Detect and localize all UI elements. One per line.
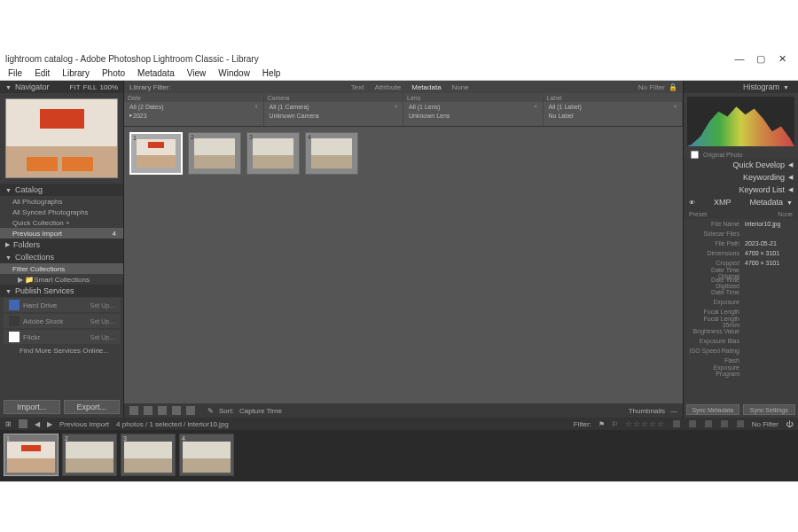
catalog-synced[interactable]: All Synced Photographs (0, 207, 123, 217)
nav-100[interactable]: 100% (100, 83, 118, 91)
filter-text[interactable]: Text (351, 83, 364, 91)
filter-none[interactable]: None (452, 83, 469, 91)
metadata-row[interactable]: Sidecar Files (684, 229, 798, 239)
grid-mode-icon[interactable] (19, 419, 27, 428)
folders-header[interactable]: ▶Folders (0, 239, 123, 251)
metadata-row[interactable]: Brightness Value (684, 326, 798, 336)
metadata-row[interactable]: Exposure Program (684, 365, 798, 375)
filter-label: Library Filter: (129, 83, 171, 91)
survey-view-icon[interactable] (172, 406, 181, 415)
filter-attribute[interactable]: Attribute (374, 83, 401, 91)
collections-header[interactable]: ▼Collections (0, 251, 123, 263)
menu-library[interactable]: Library (56, 68, 96, 78)
publish-header[interactable]: ▼Publish Services (0, 285, 123, 297)
thumb-size-slider[interactable]: — (670, 407, 677, 415)
navigator-preview[interactable] (5, 98, 118, 178)
breadcrumb[interactable]: Previous Import (59, 420, 109, 428)
nav-back-icon[interactable]: ◀ (35, 420, 40, 428)
film-thumb-2[interactable]: 2 (62, 434, 117, 476)
lock-icon[interactable]: 🔒 (669, 83, 677, 91)
publish-adobestock[interactable]: Adobe StockSet Up... (4, 314, 120, 328)
maximize-button[interactable]: ▢ (750, 53, 771, 65)
film-thumb-4[interactable]: 4 (179, 434, 234, 476)
keywording-header[interactable]: Keywording◀ (684, 171, 798, 184)
quick-develop-header[interactable]: Quick Develop◀ (684, 159, 798, 171)
close-button[interactable]: ✕ (771, 53, 793, 65)
color-yellow[interactable] (689, 420, 696, 427)
navigator-header[interactable]: ▼ Navigator FIT FILL 100% (0, 81, 123, 93)
histogram-header[interactable]: Histogram▼ (684, 81, 798, 93)
menu-help[interactable]: Help (256, 68, 287, 78)
sort-value[interactable]: Capture Time (239, 407, 282, 415)
menu-file[interactable]: File (2, 68, 28, 78)
color-blue[interactable] (721, 420, 728, 427)
histogram[interactable] (687, 97, 794, 146)
find-more-services[interactable]: Find More Services Online... (0, 345, 123, 356)
color-purple[interactable] (737, 420, 744, 427)
menu-photo[interactable]: Photo (96, 68, 131, 78)
export-button[interactable]: Export... (64, 400, 121, 414)
nav-fit[interactable]: FIT (70, 83, 81, 91)
minimize-button[interactable]: — (729, 53, 750, 64)
compare-view-icon[interactable] (158, 406, 167, 415)
flag-rejected-icon[interactable]: ⚐ (612, 420, 618, 428)
metadata-row[interactable]: ISO Speed Rating (684, 346, 798, 356)
metadata-row[interactable]: Date Time Digitized (684, 278, 798, 287)
filmstrip[interactable]: 1 2 3 4 (0, 430, 798, 481)
nav-fill[interactable]: FILL (83, 83, 98, 91)
thumbnail-3[interactable]: 3 (246, 132, 300, 175)
thumbnails-label: Thumbnails (629, 407, 665, 415)
metadata-preset[interactable]: PresetNone (684, 208, 798, 219)
menu-edit[interactable]: Edit (28, 68, 56, 78)
painter-icon[interactable]: ✎ (207, 407, 214, 415)
metadata-row[interactable]: File Path2023-05-21 (684, 239, 798, 248)
catalog-header[interactable]: ▼Catalog (0, 184, 123, 196)
thumbnail-1[interactable]: 1 (129, 132, 183, 175)
menu-window[interactable]: Window (212, 68, 256, 78)
grid-view[interactable]: 1 2 3 4 (124, 127, 683, 403)
menu-metadata[interactable]: Metadata (131, 68, 181, 78)
chevron-down-icon: ▼ (5, 84, 12, 90)
catalog-all-photos[interactable]: All Photographs (0, 196, 123, 207)
metadata-header[interactable]: 👁XMPMetadata▼ (684, 196, 798, 208)
rating-stars[interactable]: ☆☆☆☆☆ (625, 419, 665, 428)
loupe-view-icon[interactable] (144, 406, 153, 415)
publish-flickr[interactable]: FlickrSet Up... (4, 330, 120, 344)
filter-switch-icon[interactable]: ⏻ (786, 420, 793, 428)
thumbnail-2[interactable]: 2 (188, 132, 241, 175)
second-window-icon[interactable]: ⊞ (5, 420, 12, 428)
menu-view[interactable]: View (181, 68, 213, 78)
metadata-row[interactable]: Focal Length 35mm (684, 317, 798, 326)
filter-collections[interactable]: Filter Collections (0, 263, 123, 274)
keyword-list-header[interactable]: Keyword List◀ (684, 184, 798, 196)
color-red[interactable] (673, 420, 680, 427)
original-photo-toggle[interactable]: Original Photo (684, 150, 798, 159)
thumbnail-4[interactable]: 4 (305, 132, 358, 175)
people-view-icon[interactable] (186, 406, 195, 415)
film-nofilter[interactable]: No Filter (752, 420, 778, 428)
nav-fwd-icon[interactable]: ▶ (47, 420, 52, 428)
film-thumb-3[interactable]: 3 (121, 434, 176, 476)
import-button[interactable]: Import... (4, 400, 60, 414)
smart-collections[interactable]: ▶ 📁 Smart Collections (0, 274, 123, 285)
filter-preset[interactable]: No Filter (638, 83, 665, 91)
metadata-row[interactable]: Exposure (684, 297, 798, 307)
metadata-row[interactable]: Exposure Bias (684, 336, 798, 346)
metadata-row[interactable]: File Nameinterior10.jpg (684, 219, 798, 229)
film-thumb-1[interactable]: 1 (4, 434, 59, 476)
filter-col-lens[interactable]: Lens All (1 Lens)4 Unknown Lens (403, 93, 544, 126)
filter-col-label[interactable]: Label All (1 Label)4 No Label (544, 93, 684, 126)
flag-picked-icon[interactable]: ⚑ (598, 420, 605, 428)
filter-col-date[interactable]: Date All (2 Dates)4 ▸ 2023 (124, 93, 264, 126)
grid-view-icon[interactable] (129, 406, 138, 415)
metadata-row[interactable]: Dimensions4700 × 3101 (684, 248, 798, 258)
sync-settings-button[interactable]: Sync Settings (743, 404, 796, 415)
catalog-previous-import[interactable]: Previous Import4 (0, 228, 123, 239)
sync-metadata-button[interactable]: Sync Metadata (686, 404, 739, 415)
publish-harddrive[interactable]: Hard DriveSet Up... (4, 298, 120, 312)
filter-col-camera[interactable]: Camera All (1 Camera)4 Unknown Camera (264, 93, 404, 126)
catalog-quick[interactable]: Quick Collection + (0, 217, 123, 228)
color-green[interactable] (705, 420, 712, 427)
metadata-row[interactable]: Date Time (684, 287, 798, 297)
filter-metadata[interactable]: Metadata (411, 83, 441, 91)
